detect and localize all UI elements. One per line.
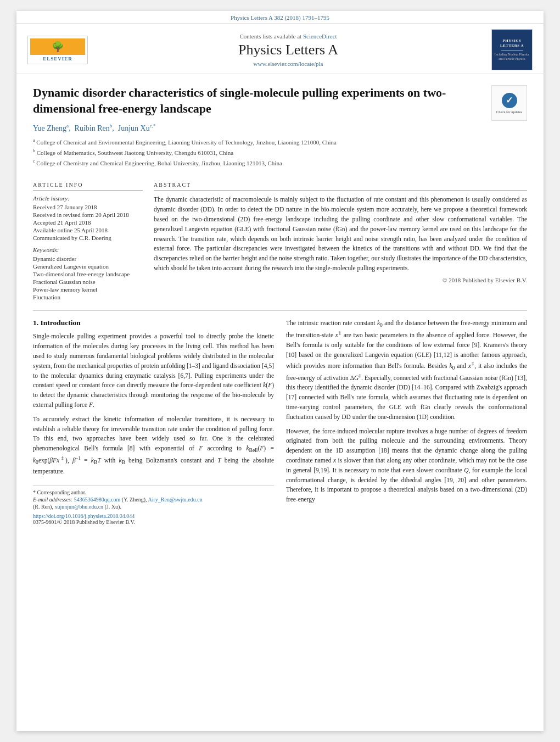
- affiliations: a College of Chemical and Environmental …: [33, 137, 483, 168]
- email-xu[interactable]: xujunjun@bhu.edu.cn: [54, 504, 103, 510]
- article-title: Dynamic disorder characteristics of sing…: [33, 85, 483, 116]
- authors-line: Yue Zhenga, Ruibin Renb, Junjun Xuc,*: [33, 123, 483, 133]
- crossmark-icon: ✓: [502, 93, 517, 108]
- contents-available: Contents lists available at ScienceDirec…: [93, 33, 483, 40]
- abstract-text: The dynamic characteristic of macromolec…: [154, 195, 527, 274]
- affiliation-c: c College of Chemistry and Chemical Engi…: [33, 158, 483, 168]
- page: Physics Letters A 382 (2018) 1791–1795 🌳…: [16, 11, 544, 731]
- email-note: E-mail addresses: 54365364980qq.com (Y. …: [33, 496, 274, 503]
- online-date: Available online 25 April 2018: [33, 227, 143, 233]
- keyword-6: Fluctuation: [33, 294, 143, 300]
- author-1: Yue Zhenga,: [33, 124, 72, 132]
- journal-title: Physics Letters A: [93, 42, 483, 58]
- keyword-4: Fractional Gaussian noise: [33, 278, 143, 285]
- email-note-2: (R. Ren), xujunjun@bhu.edu.cn (J. Xu).: [33, 504, 274, 510]
- email-ren[interactable]: Airy_Ren@swjtu.edu.cn: [148, 496, 202, 503]
- corresponding-note: * Corresponding author.: [33, 489, 274, 495]
- email-zheng[interactable]: 54365364980qq.com: [74, 496, 121, 503]
- affiliation-b: b College of Mathematics, Southwest Jiao…: [33, 148, 483, 157]
- abstract-header: ABSTRACT: [154, 182, 527, 191]
- received-date: Received 27 January 2018: [33, 204, 143, 210]
- badge-divider: [501, 50, 523, 51]
- issn-text: 0375-9601/© 2018 Published by Elsevier B…: [33, 519, 274, 525]
- revised-date: Received in revised form 20 April 2018: [33, 211, 143, 218]
- elsevier-logo: 🌳 ELSEVIER: [27, 36, 93, 64]
- body-para-right-2: However, the force-induced molecular rup…: [286, 427, 527, 505]
- badge-subtitle: Including Nuclear Physics and Particle P…: [494, 52, 530, 62]
- tree-icon: 🌳: [52, 41, 64, 53]
- badge-text: PHYSICS LETTERS A: [494, 38, 530, 48]
- sciencedirect-link[interactable]: ScienceDirect: [303, 33, 337, 40]
- section-divider: [33, 310, 527, 311]
- keywords-section: Keywords: Dynamic disorder Generalized L…: [33, 247, 143, 300]
- crossmark-badge: ✓ Check for updates: [491, 85, 527, 121]
- keyword-1: Dynamic disorder: [33, 255, 143, 262]
- communicated-by: Communicated by C.R. Doering: [33, 235, 143, 241]
- body-para-1: Single-molecule pulling experiment provi…: [33, 332, 274, 410]
- info-abstract-section: ARTICLE INFO Article history: Received 2…: [33, 182, 527, 302]
- body-para-2: To accurately extract the kinetic inform…: [33, 415, 274, 477]
- journal-citation: Physics Letters A 382 (2018) 1791–1795: [231, 14, 329, 21]
- crossmark-text: Check for updates: [496, 110, 522, 114]
- keyword-2: Generalized Langevin equation: [33, 263, 143, 270]
- keyword-5: Power-law memory kernel: [33, 286, 143, 293]
- article-info: ARTICLE INFO Article history: Received 2…: [33, 182, 143, 302]
- affiliation-a: a College of Chemical and Environmental …: [33, 137, 483, 147]
- journal-badge: PHYSICS LETTERS A Including Nuclear Phys…: [491, 29, 533, 70]
- copyright-line: © 2018 Published by Elsevier B.V.: [154, 277, 527, 283]
- keywords-label: Keywords:: [33, 247, 143, 253]
- journal-title-area: Contents lists available at ScienceDirec…: [93, 33, 483, 67]
- body-left-col: 1. Introduction Single-molecule pulling …: [33, 319, 274, 525]
- section-1-heading: 1. Introduction: [33, 319, 274, 327]
- abstract-section: ABSTRACT The dynamic characteristic of m…: [154, 182, 527, 302]
- footnote-section: * Corresponding author. E-mail addresses…: [33, 486, 274, 510]
- keyword-3: Two-dimensional free-energy landscape: [33, 271, 143, 277]
- article-info-header: ARTICLE INFO: [33, 182, 143, 191]
- accepted-date: Accepted 21 April 2018: [33, 219, 143, 226]
- article-content: Dynamic disorder characteristics of sing…: [16, 74, 544, 536]
- body-columns: 1. Introduction Single-molecule pulling …: [33, 319, 527, 525]
- journal-info-bar: Physics Letters A 382 (2018) 1791–1795: [16, 11, 544, 24]
- journal-url: www.elsevier.com/locate/pla: [93, 60, 483, 67]
- crossmark-area: ✓ Check for updates: [491, 85, 527, 121]
- doi-link: https://doi.org/10.1016/j.physleta.2018.…: [33, 513, 274, 519]
- history-label: Article history:: [33, 195, 143, 202]
- body-right-col: The intrinsic reaction rate constant k0 …: [286, 319, 527, 525]
- author-2: Ruibin Renb,: [75, 124, 116, 132]
- author-3: Junjun Xuc,*: [118, 124, 156, 132]
- doi-section: https://doi.org/10.1016/j.physleta.2018.…: [33, 513, 274, 525]
- elsevier-text: ELSEVIER: [30, 56, 85, 62]
- journal-header: 🌳 ELSEVIER Contents lists available at S…: [16, 24, 544, 74]
- journal-badge-area: PHYSICS LETTERS A Including Nuclear Phys…: [483, 29, 533, 70]
- body-para-right-1: The intrinsic reaction rate constant k0 …: [286, 319, 527, 422]
